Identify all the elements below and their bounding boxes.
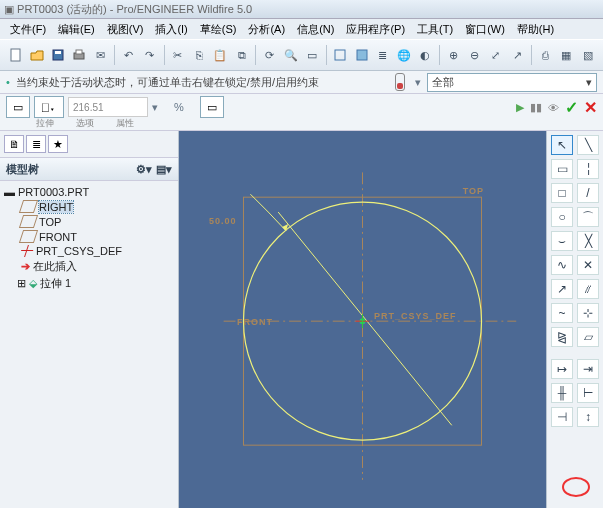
tree-item-extrude[interactable]: ⊞⬙ 拉伸 1: [2, 275, 176, 292]
select-tool[interactable]: ↖: [551, 135, 573, 155]
tree-tab-model[interactable]: 🗎: [4, 135, 24, 153]
point-tool[interactable]: ✕: [577, 255, 599, 275]
label-front: FRONT: [237, 317, 273, 327]
menu-edit[interactable]: 编辑(E): [52, 20, 101, 39]
undo-button[interactable]: ↶: [119, 43, 138, 67]
ok-icon[interactable]: ✓: [565, 98, 578, 117]
tree-settings-icon[interactable]: ⚙▾: [136, 163, 152, 176]
menu-app[interactable]: 应用程序(P): [340, 20, 411, 39]
view-2-button[interactable]: [352, 43, 371, 67]
tree-tab-layer[interactable]: ≣: [26, 135, 46, 153]
mail-button[interactable]: ✉: [91, 43, 110, 67]
dim-tool[interactable]: ↦: [551, 359, 573, 379]
tree-item-insert[interactable]: ➔ 在此插入: [2, 258, 176, 275]
svg-rect-2: [55, 51, 61, 54]
find-button[interactable]: 🔍: [281, 43, 300, 67]
modify-tool[interactable]: ⇥: [577, 359, 599, 379]
rect-tool[interactable]: ▭: [551, 159, 573, 179]
tree-show-icon[interactable]: ▤▾: [156, 163, 172, 176]
ribbon-tab-props[interactable]: 属性: [116, 117, 134, 130]
print-button[interactable]: [70, 43, 89, 67]
window-title: PRT0003 (活动的) - Pro/ENGINEER Wildfire 5.…: [17, 2, 252, 17]
tree-item-right[interactable]: RIGHT: [2, 199, 176, 214]
text-tool[interactable]: ↗: [551, 279, 573, 299]
line2-tool[interactable]: /: [577, 183, 599, 203]
zoom-out-button[interactable]: ⊖: [465, 43, 484, 67]
svg-rect-4: [76, 50, 82, 54]
ref-tool[interactable]: ⊢: [577, 383, 599, 403]
tree-tab-fav[interactable]: ★: [48, 135, 68, 153]
paste-button[interactable]: 📋: [211, 43, 230, 67]
orient-button[interactable]: ↗: [507, 43, 526, 67]
open-button[interactable]: [27, 43, 46, 67]
tree-title: 模型树: [6, 162, 39, 177]
flip-icon[interactable]: %: [174, 101, 184, 113]
chamfer-tool[interactable]: ╳: [577, 231, 599, 251]
appearance-button[interactable]: ▦: [557, 43, 576, 67]
depth-dropdown[interactable]: ▾: [152, 101, 158, 114]
menu-analysis[interactable]: 分析(A): [242, 20, 291, 39]
edge-tool[interactable]: ▱: [577, 327, 599, 347]
copy-button[interactable]: ⎘: [190, 43, 209, 67]
menu-help[interactable]: 帮助(H): [511, 20, 560, 39]
refit-button[interactable]: ⤢: [486, 43, 505, 67]
menu-file[interactable]: 文件(F): [4, 20, 52, 39]
menu-window[interactable]: 窗口(W): [459, 20, 511, 39]
circle-tool[interactable]: ○: [551, 207, 573, 227]
shade-button[interactable]: ◐: [416, 43, 435, 67]
menu-sketch[interactable]: 草绘(S): [194, 20, 243, 39]
tree-item-top[interactable]: TOP: [2, 214, 176, 229]
line-tool[interactable]: ╲: [577, 135, 599, 155]
move-tool[interactable]: ↕: [577, 407, 599, 427]
save-button[interactable]: [49, 43, 68, 67]
depth-type-button[interactable]: ⎕▾: [34, 96, 64, 118]
annotation-circle: [561, 476, 591, 498]
menu-tools[interactable]: 工具(T): [411, 20, 459, 39]
graphics-canvas[interactable]: 50.00 TOP FRONT PRT_CSYS_DEF: [179, 131, 546, 508]
constraint-tool[interactable]: ╫: [551, 383, 573, 403]
thermo-dropdown[interactable]: ▾: [415, 76, 421, 89]
play-icon[interactable]: ▶: [516, 101, 524, 114]
tree-item-csys[interactable]: PRT_CSYS_DEF: [2, 244, 176, 258]
redo-button[interactable]: ↷: [140, 43, 159, 67]
delete-tool[interactable]: ⊣: [551, 407, 573, 427]
offset-tool[interactable]: ⫽: [577, 279, 599, 299]
coord-tool[interactable]: ⊹: [577, 303, 599, 323]
select-button[interactable]: ▭: [303, 43, 322, 67]
depth-side1-button[interactable]: ▭: [6, 96, 30, 118]
menu-insert[interactable]: 插入(I): [149, 20, 193, 39]
depth-value-input[interactable]: 216.51: [68, 97, 148, 117]
app-icon: ▣: [4, 3, 14, 16]
dim-label[interactable]: 50.00: [209, 216, 237, 226]
globe-button[interactable]: 🌐: [394, 43, 413, 67]
preview-icon[interactable]: 👁: [548, 102, 559, 114]
fillet-tool[interactable]: ⌣: [551, 231, 573, 251]
centerline-tool[interactable]: ╎: [577, 159, 599, 179]
new-button[interactable]: [6, 43, 25, 67]
render-button[interactable]: ▧: [578, 43, 597, 67]
pause-icon[interactable]: ▮▮: [530, 101, 542, 114]
tree-root[interactable]: ▬PRT0003.PRT: [2, 185, 176, 199]
svg-rect-6: [357, 50, 367, 60]
cut-button[interactable]: ✂: [168, 43, 187, 67]
trim-tool[interactable]: ~: [551, 303, 573, 323]
rect2-tool[interactable]: □: [551, 183, 573, 203]
spline-tool[interactable]: ∿: [551, 255, 573, 275]
arc-tool[interactable]: ⌒: [577, 207, 599, 227]
filter-combo[interactable]: 全部 ▾: [427, 73, 597, 92]
layer-button[interactable]: ≣: [373, 43, 392, 67]
regen-button[interactable]: ⟳: [260, 43, 279, 67]
saved-view-button[interactable]: ⎙: [535, 43, 554, 67]
thin-button[interactable]: ▭: [200, 96, 224, 118]
tree-item-front[interactable]: FRONT: [2, 229, 176, 244]
zoom-in-button[interactable]: ⊕: [444, 43, 463, 67]
cancel-icon[interactable]: ✕: [584, 98, 597, 117]
ribbon-tab-extrude[interactable]: 拉伸: [36, 117, 54, 130]
view-1-button[interactable]: [331, 43, 350, 67]
paste-special-button[interactable]: ⧉: [232, 43, 251, 67]
ribbon-tab-options[interactable]: 选项: [76, 117, 94, 130]
menu-view[interactable]: 视图(V): [101, 20, 150, 39]
menu-info[interactable]: 信息(N): [291, 20, 340, 39]
menu-bar: 文件(F) 编辑(E) 视图(V) 插入(I) 草绘(S) 分析(A) 信息(N…: [0, 19, 603, 39]
mirror-tool[interactable]: ⧎: [551, 327, 573, 347]
